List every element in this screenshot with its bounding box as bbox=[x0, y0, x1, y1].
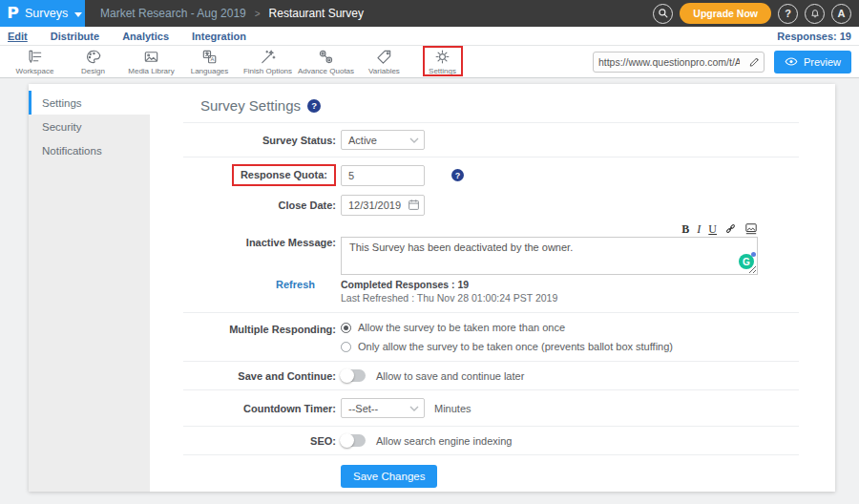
radio-button-multiple[interactable] bbox=[341, 323, 351, 333]
radio-option-once-text: Only allow the survey to be taken once (… bbox=[358, 341, 673, 352]
toolbar-item-variables[interactable]: Variables bbox=[355, 47, 413, 77]
underline-button[interactable]: U bbox=[708, 223, 717, 235]
countdown-timer-label: Countdown Timer: bbox=[183, 403, 336, 414]
topbar: P Surveys Market Research - Aug 2019 > R… bbox=[0, 0, 859, 27]
edit-url-button[interactable] bbox=[744, 52, 764, 72]
inactive-message-label: Inactive Message: bbox=[183, 221, 336, 248]
media-library-icon bbox=[142, 48, 160, 66]
save-and-continue-toggle[interactable] bbox=[341, 369, 366, 382]
completed-responses-text: Completed Responses : 19 bbox=[341, 279, 557, 290]
save-and-continue-label: Save and Continue: bbox=[183, 370, 336, 382]
sidebar-item-settings[interactable]: Settings bbox=[29, 91, 150, 115]
response-quota-label: Response Quota: bbox=[241, 169, 327, 180]
search-button[interactable] bbox=[653, 4, 673, 24]
image-icon[interactable] bbox=[744, 222, 758, 235]
response-quota-input[interactable] bbox=[341, 165, 425, 186]
grammarly-icon[interactable]: G bbox=[739, 254, 754, 269]
toolbar-item-workspace[interactable]: Workspace bbox=[6, 47, 64, 77]
survey-url-input[interactable] bbox=[594, 56, 744, 68]
save-changes-button[interactable]: Save Changes bbox=[341, 465, 437, 488]
toolbar-item-settings[interactable]: Settings bbox=[413, 47, 471, 77]
survey-status-row: Survey Status: Active bbox=[183, 123, 799, 158]
sidebar-item-notifications[interactable]: Notifications bbox=[29, 138, 150, 162]
link-icon[interactable] bbox=[724, 222, 737, 235]
toolbar-item-advance-quotas[interactable]: Advance Quotas bbox=[297, 47, 355, 77]
calendar-icon[interactable] bbox=[408, 199, 420, 211]
survey-url-box bbox=[593, 52, 765, 73]
search-icon bbox=[658, 8, 669, 19]
seo-toggle[interactable] bbox=[341, 434, 366, 447]
breadcrumb: Market Research - Aug 2019 > Restaurant … bbox=[85, 0, 364, 27]
close-date-row: Close Date: bbox=[183, 192, 799, 220]
radio-option-multiple-text: Allow the survey to be taken more than o… bbox=[358, 322, 565, 333]
svg-text:A: A bbox=[211, 56, 215, 62]
nav-integration[interactable]: Integration bbox=[192, 31, 246, 42]
radio-option-once: Only allow the survey to be taken once (… bbox=[341, 341, 673, 352]
survey-url-area: Preview bbox=[593, 51, 859, 74]
pencil-icon bbox=[748, 56, 760, 68]
radio-option-multiple: Allow the survey to be taken more than o… bbox=[341, 322, 673, 333]
nav-distribute[interactable]: Distribute bbox=[51, 31, 99, 42]
response-stats: Completed Responses : 19 Last Refreshed … bbox=[341, 279, 557, 304]
edit-toolbar: Workspace Design Media Library A Languag… bbox=[0, 46, 859, 78]
inactive-message-row: Inactive Message: B I U bbox=[183, 220, 799, 277]
advance-quotas-icon bbox=[317, 48, 335, 66]
chevron-down-icon bbox=[409, 137, 419, 143]
toolbar-item-languages[interactable]: A Languages bbox=[180, 47, 239, 77]
save-and-continue-row: Save and Continue: Allow to save and con… bbox=[183, 362, 799, 390]
upgrade-now-button[interactable]: Upgrade Now bbox=[680, 3, 771, 24]
avatar[interactable]: A bbox=[831, 4, 851, 24]
breadcrumb-parent[interactable]: Market Research - Aug 2019 bbox=[100, 7, 246, 20]
toolbar-item-finish-options[interactable]: Finish Options bbox=[239, 47, 297, 77]
title-row: Survey Settings ? bbox=[183, 84, 799, 123]
refresh-row: Refresh Completed Responses : 19 Last Re… bbox=[183, 277, 799, 312]
preview-button[interactable]: Preview bbox=[774, 51, 851, 74]
breadcrumb-separator: > bbox=[255, 9, 261, 19]
product-label: Surveys bbox=[25, 7, 68, 20]
last-refreshed-text: Last Refreshed : Thu Nov 28 01:00:24 PST… bbox=[341, 292, 557, 304]
finish-options-icon bbox=[259, 48, 277, 66]
close-date-label: Close Date: bbox=[183, 200, 336, 211]
notifications-button[interactable] bbox=[805, 4, 825, 24]
seo-label: SEO: bbox=[183, 435, 336, 447]
save-and-continue-text: Allow to save and continue later bbox=[376, 370, 524, 382]
survey-status-select[interactable]: Active bbox=[341, 130, 425, 150]
toggle-knob bbox=[340, 433, 354, 448]
responses-count[interactable]: Responses: 19 bbox=[777, 31, 851, 42]
multiple-responding-row: Multiple Responding: Allow the survey to… bbox=[183, 313, 799, 362]
radio-button-once[interactable] bbox=[341, 342, 351, 352]
sidebar-item-security[interactable]: Security bbox=[29, 115, 150, 138]
help-button[interactable]: ? bbox=[778, 4, 798, 24]
multiple-responding-label: Multiple Responding: bbox=[183, 322, 336, 335]
settings-content: Survey Settings ? Survey Status: Active … bbox=[150, 84, 835, 492]
bold-button[interactable]: B bbox=[681, 223, 689, 235]
chevron-down-icon bbox=[409, 406, 419, 411]
response-quota-help-icon[interactable]: ? bbox=[451, 169, 464, 181]
surveys-menu[interactable]: P Surveys bbox=[0, 0, 85, 27]
countdown-timer-suffix: Minutes bbox=[434, 403, 471, 414]
italic-button[interactable]: I bbox=[697, 223, 701, 235]
refresh-link[interactable]: Refresh bbox=[183, 279, 336, 290]
toolbar-item-media-library[interactable]: Media Library bbox=[122, 47, 180, 77]
workspace-icon bbox=[26, 48, 44, 66]
main-nav: Edit Distribute Analytics Integration Re… bbox=[0, 27, 859, 46]
nav-analytics[interactable]: Analytics bbox=[122, 31, 169, 42]
settings-sidebar: Settings Security Notifications bbox=[29, 84, 150, 492]
sidebar-filler bbox=[29, 162, 150, 492]
design-icon bbox=[84, 48, 102, 66]
seo-row: SEO: Allow search engine indexing bbox=[183, 427, 799, 455]
seo-text: Allow search engine indexing bbox=[376, 435, 512, 447]
toggle-knob bbox=[340, 368, 354, 383]
survey-status-label: Survey Status: bbox=[183, 135, 336, 146]
settings-icon bbox=[433, 48, 451, 66]
toolbar-item-design[interactable]: Design bbox=[64, 47, 122, 77]
countdown-timer-row: Countdown Timer: --Set-- Minutes bbox=[183, 390, 799, 427]
format-toolbar: B I U bbox=[341, 221, 758, 235]
survey-settings-help-icon[interactable]: ? bbox=[307, 99, 321, 113]
nav-edit[interactable]: Edit bbox=[8, 31, 28, 42]
page-title: Survey Settings bbox=[200, 97, 301, 114]
inactive-message-textarea[interactable]: This Survey has been deactivated by the … bbox=[341, 237, 758, 275]
bell-icon bbox=[809, 8, 821, 20]
page-background: Settings Security Notifications Survey S… bbox=[0, 79, 859, 504]
countdown-timer-select[interactable]: --Set-- bbox=[341, 398, 425, 418]
